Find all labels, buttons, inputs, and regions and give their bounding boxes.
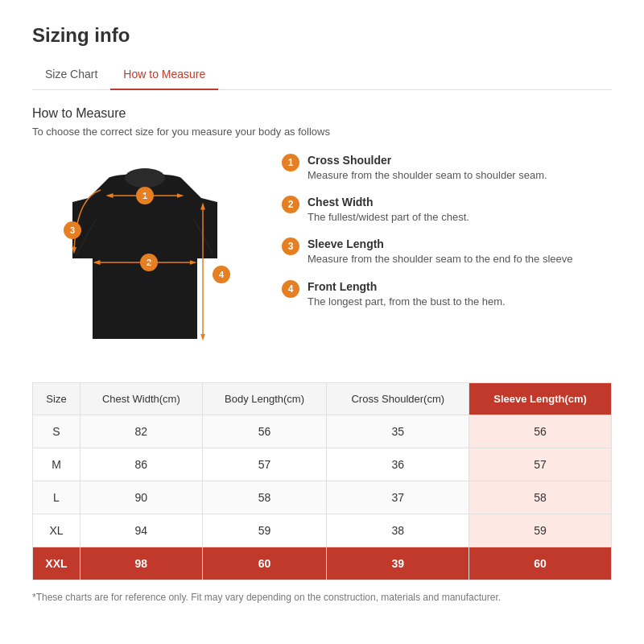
- col-header-body: Body Length(cm): [202, 383, 327, 415]
- section-subtitle: To choose the correct size for you measu…: [32, 126, 612, 138]
- col-header-sleeve: Sleeve Length(cm): [469, 383, 612, 415]
- point-text-2: Chest Width The fullest/widest part of t…: [308, 196, 469, 225]
- badge-3: 3: [282, 237, 299, 255]
- measure-container: 1 2 3 4: [32, 154, 612, 363]
- tabs-container: Size Chart How to Measure: [32, 60, 612, 90]
- page-title: Sizing info: [32, 24, 612, 47]
- point-desc-1: Measure from the shoulder seam to should…: [308, 169, 547, 181]
- cell-chest: 94: [80, 514, 202, 547]
- cell-sleeve: 57: [469, 448, 612, 481]
- svg-text:3: 3: [70, 225, 75, 235]
- cell-body: 57: [202, 448, 327, 481]
- cell-chest: 98: [80, 547, 202, 580]
- table-row: M86573657: [33, 448, 612, 481]
- table-row: XXL98603960: [33, 547, 612, 580]
- point-title-3: Sleeve Length: [308, 237, 573, 250]
- point-text-4: Front Length The longest part, from the …: [308, 280, 506, 309]
- cell-body: 60: [202, 547, 327, 580]
- cell-chest: 82: [80, 415, 202, 448]
- size-table: Size Chest Width(cm) Body Length(cm) Cro…: [32, 382, 612, 580]
- measure-point-4: 4 Front Length The longest part, from th…: [282, 280, 612, 309]
- cell-size: M: [33, 448, 80, 481]
- tab-how-to-measure[interactable]: How to Measure: [110, 60, 218, 90]
- cell-body: 56: [202, 415, 327, 448]
- cell-shoulder: 35: [327, 415, 469, 448]
- cell-size: XL: [33, 514, 80, 547]
- cell-size: S: [33, 415, 80, 448]
- section-title: How to Measure: [32, 106, 612, 121]
- cell-chest: 86: [80, 448, 202, 481]
- measure-points-list: 1 Cross Shoulder Measure from the should…: [282, 154, 612, 322]
- point-text-1: Cross Shoulder Measure from the shoulder…: [308, 154, 547, 183]
- cell-shoulder: 39: [327, 547, 469, 580]
- svg-text:4: 4: [219, 270, 225, 279]
- cell-size: XXL: [33, 547, 80, 580]
- cell-chest: 90: [80, 481, 202, 514]
- how-to-measure-section: How to Measure To choose the correct siz…: [32, 106, 612, 603]
- badge-4: 4: [282, 280, 299, 298]
- svg-point-4: [125, 168, 165, 188]
- cell-size: L: [33, 481, 80, 514]
- point-desc-2: The fullest/widest part of the chest.: [308, 211, 469, 223]
- point-title-1: Cross Shoulder: [308, 154, 547, 167]
- cell-sleeve: 59: [469, 514, 612, 547]
- point-title-4: Front Length: [308, 280, 506, 293]
- measure-point-2: 2 Chest Width The fullest/widest part of…: [282, 196, 612, 225]
- point-desc-3: Measure from the shoulder seam to the en…: [308, 253, 573, 265]
- footnote: *These charts are for reference only. Fi…: [32, 592, 612, 603]
- table-row: S82563556: [33, 415, 612, 448]
- table-header-row: Size Chest Width(cm) Body Length(cm) Cro…: [33, 383, 612, 415]
- cell-body: 59: [202, 514, 327, 547]
- cell-shoulder: 36: [327, 448, 469, 481]
- col-header-size: Size: [33, 383, 80, 415]
- table-row: XL94593859: [33, 514, 612, 547]
- point-desc-4: The longest part, from the bust to the h…: [308, 295, 506, 308]
- cell-shoulder: 38: [327, 514, 469, 547]
- table-row: L90583758: [33, 481, 612, 514]
- cell-sleeve: 60: [469, 547, 612, 580]
- cell-shoulder: 37: [327, 481, 469, 514]
- measure-point-1: 1 Cross Shoulder Measure from the should…: [282, 154, 612, 183]
- cell-body: 58: [202, 481, 327, 514]
- badge-1: 1: [282, 154, 299, 171]
- point-text-3: Sleeve Length Measure from the shoulder …: [308, 237, 573, 266]
- cell-sleeve: 56: [469, 415, 612, 448]
- measure-point-3: 3 Sleeve Length Measure from the shoulde…: [282, 237, 612, 266]
- garment-illustration: 1 2 3 4: [32, 154, 258, 363]
- col-header-chest: Chest Width(cm): [80, 383, 202, 415]
- badge-2: 2: [282, 196, 299, 213]
- tab-size-chart[interactable]: Size Chart: [32, 60, 110, 90]
- cell-sleeve: 58: [469, 481, 612, 514]
- col-header-shoulder: Cross Shoulder(cm): [327, 383, 469, 415]
- point-title-2: Chest Width: [308, 196, 469, 208]
